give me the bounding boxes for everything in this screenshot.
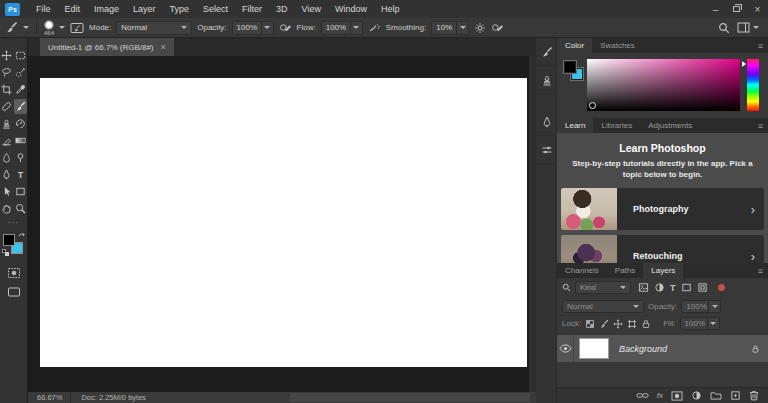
layer-row-background[interactable]: Background bbox=[557, 335, 768, 362]
smoothing-select[interactable]: 10% bbox=[431, 21, 469, 35]
filter-type-layers-icon[interactable]: T bbox=[670, 283, 676, 293]
default-colors-icon[interactable] bbox=[2, 249, 9, 256]
color-panel-menu-icon[interactable]: ≡ bbox=[758, 38, 768, 53]
flow-select[interactable]: 100% bbox=[321, 21, 363, 35]
size-pressure-icon[interactable] bbox=[491, 22, 504, 33]
swap-colors-icon[interactable] bbox=[18, 231, 26, 238]
tab-adjustments[interactable]: Adjustments bbox=[640, 118, 700, 133]
brush-preset-caret[interactable] bbox=[23, 26, 29, 29]
new-adjustment-layer-icon[interactable] bbox=[691, 390, 702, 401]
filter-adjustment-layers-icon[interactable] bbox=[654, 282, 665, 293]
brush-preset-picker[interactable]: 464 bbox=[44, 20, 54, 36]
crop-tool[interactable] bbox=[0, 82, 13, 97]
restore-button[interactable] bbox=[726, 0, 747, 18]
fill-select[interactable]: 100% bbox=[680, 317, 720, 330]
filter-shape-layers-icon[interactable] bbox=[681, 282, 692, 293]
menu-file[interactable]: File bbox=[29, 0, 58, 18]
screen-mode-icon[interactable] bbox=[7, 286, 21, 298]
layers-opacity-select[interactable]: 100% bbox=[681, 300, 721, 313]
tab-libraries[interactable]: Libraries bbox=[593, 118, 640, 133]
menu-help[interactable]: Help bbox=[374, 0, 407, 18]
tab-layers[interactable]: Layers bbox=[643, 263, 683, 278]
marquee-tool[interactable] bbox=[14, 48, 27, 63]
brush-picker-caret[interactable] bbox=[59, 26, 65, 29]
horizontal-scrollbar[interactable] bbox=[290, 393, 530, 402]
search-icon[interactable] bbox=[718, 22, 730, 34]
foreground-color-swatch[interactable] bbox=[3, 234, 15, 246]
tab-channels[interactable]: Channels bbox=[557, 263, 607, 278]
menu-layer[interactable]: Layer bbox=[126, 0, 163, 18]
canvas[interactable] bbox=[40, 78, 527, 367]
color-picker-ring[interactable] bbox=[589, 102, 596, 109]
document-tab[interactable]: Untitled-1 @ 66.7% (RGB/8#) × bbox=[40, 38, 174, 56]
lock-all-icon[interactable] bbox=[641, 319, 651, 329]
tab-learn[interactable]: Learn bbox=[557, 118, 593, 133]
lock-position-icon[interactable] bbox=[613, 319, 623, 329]
brush-tool-icon[interactable] bbox=[5, 21, 18, 34]
airbrush-icon[interactable] bbox=[368, 22, 381, 34]
layers-panel-menu-icon[interactable]: ≡ bbox=[758, 263, 768, 278]
hue-slider-arrow[interactable] bbox=[742, 61, 746, 67]
learn-topic-retouching[interactable]: Retouching › bbox=[561, 235, 764, 263]
layer-thumbnail[interactable] bbox=[579, 338, 609, 359]
new-layer-icon[interactable] bbox=[730, 390, 741, 401]
edit-toolbar-ellipsis[interactable]: ··· bbox=[8, 220, 19, 226]
tab-paths[interactable]: Paths bbox=[607, 263, 643, 278]
clone-stamp-tool[interactable] bbox=[0, 116, 13, 131]
brushes-panel-icon[interactable] bbox=[536, 38, 557, 66]
new-group-folder-icon[interactable] bbox=[710, 391, 722, 400]
tab-color[interactable]: Color bbox=[557, 38, 592, 53]
eyedropper-tool[interactable] bbox=[14, 82, 27, 97]
menu-select[interactable]: Select bbox=[196, 0, 235, 18]
path-selection-tool[interactable] bbox=[0, 184, 13, 199]
clone-source-panel-icon[interactable] bbox=[536, 108, 557, 136]
gradient-tool[interactable] bbox=[14, 133, 27, 148]
lasso-tool[interactable] bbox=[0, 65, 13, 80]
menu-filter[interactable]: Filter bbox=[235, 0, 269, 18]
eraser-tool[interactable] bbox=[0, 133, 13, 148]
filter-smart-objects-icon[interactable] bbox=[697, 282, 708, 293]
vertical-scrollbar[interactable] bbox=[529, 56, 536, 392]
menu-3d[interactable]: 3D bbox=[269, 0, 295, 18]
shape-tool[interactable] bbox=[14, 184, 27, 199]
link-layers-icon[interactable] bbox=[636, 391, 649, 400]
brush-settings-panel-icon[interactable] bbox=[536, 66, 557, 94]
menu-type[interactable]: Type bbox=[163, 0, 197, 18]
layer-filter-kind-select[interactable]: Kind bbox=[575, 281, 631, 294]
learn-topic-photography[interactable]: Photography › bbox=[561, 188, 764, 230]
delete-layer-trash-icon[interactable] bbox=[749, 390, 759, 401]
move-tool[interactable] bbox=[0, 48, 13, 63]
add-layer-mask-icon[interactable] bbox=[671, 391, 683, 401]
workspace-switcher-icon[interactable] bbox=[737, 22, 759, 33]
blend-mode-select[interactable]: Normal bbox=[116, 21, 192, 35]
menu-window[interactable]: Window bbox=[328, 0, 374, 18]
lock-transparency-icon[interactable] bbox=[585, 319, 595, 329]
document-tab-close-icon[interactable]: × bbox=[161, 42, 166, 52]
minimize-button[interactable]: – bbox=[705, 0, 726, 18]
hue-slider[interactable] bbox=[747, 59, 759, 111]
close-button[interactable]: × bbox=[747, 0, 768, 18]
layers-blend-mode-select[interactable]: Normal bbox=[562, 300, 644, 313]
menu-view[interactable]: View bbox=[295, 0, 328, 18]
layer-locked-icon[interactable] bbox=[751, 344, 760, 354]
lock-paint-icon[interactable] bbox=[599, 319, 609, 329]
hand-tool[interactable] bbox=[0, 201, 13, 216]
brush-tool[interactable] bbox=[14, 99, 27, 114]
zoom-level-field[interactable]: 66.67% bbox=[37, 392, 71, 403]
dodge-tool[interactable] bbox=[14, 150, 27, 165]
type-tool[interactable]: T bbox=[14, 167, 27, 182]
pen-tool[interactable] bbox=[0, 167, 13, 182]
layer-visibility-eye-icon[interactable] bbox=[557, 335, 574, 362]
saturation-brightness-field[interactable] bbox=[587, 59, 740, 111]
quick-selection-tool[interactable] bbox=[14, 65, 27, 80]
color-panel-foreground-swatch[interactable] bbox=[564, 61, 576, 73]
tab-swatches[interactable]: Swatches bbox=[592, 38, 643, 53]
toggle-brush-settings-icon[interactable] bbox=[70, 22, 84, 34]
layer-style-fx-icon[interactable]: fx bbox=[657, 391, 663, 400]
blur-tool[interactable] bbox=[0, 150, 13, 165]
smoothing-options-gear-icon[interactable] bbox=[474, 22, 486, 34]
lock-artboard-icon[interactable] bbox=[627, 319, 637, 329]
quick-mask-icon[interactable] bbox=[7, 267, 21, 279]
learn-panel-menu-icon[interactable]: ≡ bbox=[758, 118, 768, 133]
zoom-tool[interactable] bbox=[14, 201, 27, 216]
